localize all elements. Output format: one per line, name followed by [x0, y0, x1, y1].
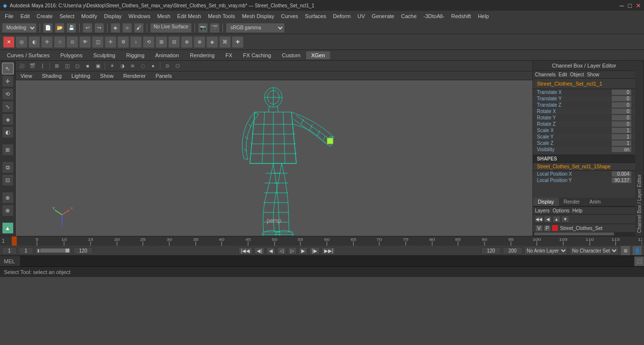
timeline-ruler[interactable]: 5 10 15 20 25 30 35 40 45 50 5 — [12, 236, 642, 246]
render-btn[interactable]: 📷 — [198, 23, 208, 33]
vp-icon1[interactable]: | — [38, 62, 47, 70]
tool19-btn[interactable]: ✚ — [232, 36, 244, 48]
scale-tool[interactable]: ⤡ — [2, 101, 14, 113]
solid-icon[interactable]: ■ — [83, 62, 92, 70]
slider-track[interactable] — [40, 249, 69, 253]
jump-start-btn[interactable]: |◀◀ — [239, 247, 253, 254]
rotate-y-value[interactable]: 0 — [612, 115, 631, 120]
menu-item-windows[interactable]: Windows — [126, 12, 154, 20]
end-frame-input[interactable] — [73, 247, 93, 254]
select-tool[interactable]: ↖ — [2, 63, 14, 74]
color-space-selector[interactable]: sRGB gamma — [226, 23, 285, 33]
tool5-btn[interactable]: ☆ — [54, 36, 66, 48]
render-tab[interactable]: Render — [559, 198, 585, 206]
redo-btn[interactable]: ↪ — [94, 23, 104, 33]
paint-tool[interactable]: ⊡ — [2, 174, 14, 186]
tool7-btn[interactable]: 👁 — [79, 36, 91, 48]
camera-btn[interactable]: ⊗ — [2, 205, 14, 216]
object-menu[interactable]: Object — [570, 72, 584, 77]
scale-y-value[interactable]: 1 — [612, 134, 631, 139]
menu-item-mesh-display[interactable]: Mesh Display — [239, 12, 277, 20]
tool11-btn[interactable]: ↕ — [130, 36, 142, 48]
range-slider[interactable]: ▮ — [35, 247, 71, 254]
tool10-btn[interactable]: ⚙ — [117, 36, 129, 48]
lighting-icon[interactable]: ☀ — [108, 62, 116, 70]
undo-btn[interactable]: ↩ — [83, 23, 92, 33]
local-pos-y-value[interactable]: 90.137 — [612, 178, 631, 183]
new-file-btn[interactable]: 📄 — [43, 23, 53, 33]
save-file-btn[interactable]: 💾 — [67, 23, 76, 33]
play-back-btn[interactable]: ◁ — [277, 247, 286, 254]
tool6-btn[interactable]: ⊙ — [67, 36, 78, 48]
show-menu-cb[interactable]: Show — [587, 72, 599, 77]
tab-fx-caching[interactable]: FX Caching — [238, 51, 276, 59]
menu-item-cache[interactable]: Cache — [398, 12, 420, 20]
playback-end-input[interactable] — [481, 247, 501, 254]
tool4-btn[interactable]: ✛ — [41, 36, 53, 48]
current-frame-input[interactable] — [19, 247, 33, 254]
tab-animation[interactable]: Animation — [150, 51, 184, 59]
smooth-icon[interactable]: ◻ — [73, 62, 82, 70]
layer-color-swatch[interactable] — [552, 225, 558, 231]
shadow-icon[interactable]: ◑ — [118, 62, 127, 70]
range-end-input[interactable] — [503, 247, 522, 254]
panels-menu[interactable]: Panels — [153, 72, 175, 80]
menu-item-mesh-tools[interactable]: Mesh Tools — [205, 12, 238, 20]
char-set-options-btn[interactable]: 👤 — [632, 246, 642, 255]
help-menu-cb[interactable]: Help — [572, 208, 582, 213]
next-frame-btn[interactable]: ▶ — [299, 247, 308, 254]
tab-custom[interactable]: Custom — [277, 51, 306, 59]
layer-nav-down[interactable]: ▼ — [561, 216, 569, 223]
local-pos-x-value[interactable]: 0.004 — [612, 171, 631, 177]
tool18-btn[interactable]: ⌘ — [219, 36, 231, 48]
timeline[interactable]: 1 5 10 15 20 25 30 35 40 — [0, 236, 644, 246]
jump-end-btn[interactable]: ▶▶| — [322, 247, 336, 254]
prev-frame-btn[interactable]: ◀ — [266, 247, 275, 254]
rotate-z-value[interactable]: 0 — [612, 121, 631, 127]
view-menu[interactable]: View — [18, 72, 35, 80]
play-fwd-btn[interactable]: ▷ — [288, 247, 297, 254]
tool17-btn[interactable]: ◈ — [206, 36, 218, 48]
tool1-btn[interactable]: ✕ — [3, 36, 15, 48]
menu-item-redshift[interactable]: Redshift — [448, 12, 474, 20]
rotate-tool[interactable]: ⟲ — [2, 88, 14, 100]
texture-icon[interactable]: ▣ — [93, 62, 102, 70]
rotate-x-value[interactable]: 0 — [612, 109, 631, 114]
lighting-menu[interactable]: Lighting — [68, 72, 93, 80]
viewport[interactable]: 🎥 🎬 | ⊞ ◫ ◻ ■ ▣ ☀ ◑ ≋ ◌ ● ⊙ ⬡ View Shadi… — [16, 61, 533, 236]
channels-menu[interactable]: Channels — [535, 72, 555, 77]
anim-layer-options-btn[interactable]: ⚙ — [621, 246, 630, 255]
tab-rendering[interactable]: Rendering — [185, 51, 220, 59]
maximize-button[interactable]: □ — [628, 2, 632, 9]
menu-item-generate[interactable]: Generate — [369, 12, 397, 20]
layer-nav-prev[interactable]: ◀ — [544, 216, 552, 223]
translate-z-value[interactable]: 0 — [612, 102, 631, 108]
select-tool-btn[interactable]: ◈ — [111, 23, 120, 33]
move-tool[interactable]: ✛ — [2, 75, 14, 87]
tool9-btn[interactable]: ✛ — [105, 36, 116, 48]
renderer-menu[interactable]: Renderer — [120, 72, 149, 80]
layer-scrollbar[interactable] — [533, 232, 635, 236]
menu-item-curves[interactable]: Curves — [278, 12, 301, 20]
layer-nav-prev-prev[interactable]: ◀◀ — [535, 216, 543, 223]
close-button[interactable]: ✕ — [636, 2, 641, 9]
show-menu[interactable]: Show — [97, 72, 117, 80]
script-editor-btn[interactable]: ⬚ — [634, 256, 644, 266]
menu-item--3dtoall-[interactable]: -3DtoAll- — [421, 12, 447, 20]
snap-btn[interactable]: ⊕ — [2, 192, 14, 204]
tool3-btn[interactable]: ◐ — [28, 36, 40, 48]
edit-menu[interactable]: Edit — [558, 72, 567, 77]
prev-key-btn[interactable]: ◀| — [254, 247, 265, 254]
tool2-btn[interactable]: ◎ — [16, 36, 27, 48]
xgen-btn[interactable]: ▲ — [2, 222, 14, 234]
tab-polygons[interactable]: Polygons — [55, 51, 87, 59]
scale-x-value[interactable]: 1 — [612, 128, 631, 133]
layer-pickable-btn[interactable]: P — [544, 226, 551, 231]
layer-nav-up[interactable]: ▲ — [553, 216, 560, 223]
vp-icon2[interactable]: ◌ — [138, 62, 147, 70]
menu-item-file[interactable]: File — [2, 12, 17, 20]
minimize-button[interactable]: ─ — [620, 2, 624, 9]
menu-item-help[interactable]: Help — [475, 12, 492, 20]
ipr-btn[interactable]: 🎬 — [210, 23, 220, 33]
anim-layer-selector[interactable]: No Anim Layer — [524, 246, 568, 255]
